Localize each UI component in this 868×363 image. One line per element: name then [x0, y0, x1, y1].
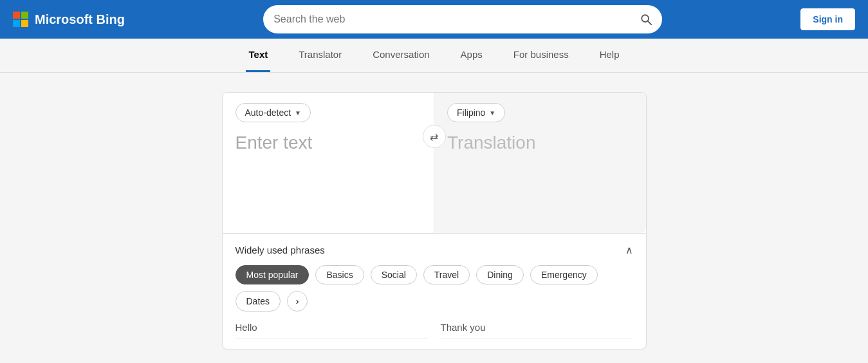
phrases-section: Widely used phrases ∧ Most popular Basic… — [222, 234, 647, 349]
search-bar-wrap — [138, 5, 788, 33]
phrase-item-thankyou[interactable]: Thank you — [441, 322, 633, 339]
source-text-placeholder[interactable]: Enter text — [235, 133, 421, 153]
search-icon — [640, 14, 652, 25]
collapse-phrases-button[interactable]: ∧ — [625, 244, 633, 256]
main-content: Auto-detect ▼ Enter text ⇄ Filipino ▼ Tr… — [0, 73, 868, 349]
bing-logo-squares — [13, 12, 28, 27]
next-icon: › — [296, 296, 299, 306]
swap-icon: ⇄ — [430, 131, 438, 143]
phrase-tag-dates[interactable]: Dates — [235, 291, 281, 312]
source-panel: Auto-detect ▼ Enter text — [223, 93, 435, 233]
source-lang-label: Auto-detect — [245, 107, 291, 118]
phrase-tags-next-button[interactable]: › — [287, 291, 308, 312]
logo-square-red — [13, 12, 20, 19]
logo-area: Microsoft Bing — [13, 12, 125, 27]
phrase-tag-travel[interactable]: Travel — [423, 265, 470, 284]
target-panel: Filipino ▼ Translation — [434, 93, 646, 233]
source-lang-wrap: Auto-detect ▼ — [235, 103, 421, 122]
search-input[interactable] — [273, 14, 640, 25]
nav-item-conversation[interactable]: Conversation — [370, 39, 432, 72]
nav-item-help[interactable]: Help — [597, 39, 622, 72]
phrase-tag-most-popular[interactable]: Most popular — [235, 265, 309, 284]
translation-panels: Auto-detect ▼ Enter text ⇄ Filipino ▼ Tr… — [222, 92, 647, 234]
source-lang-chevron-icon: ▼ — [295, 109, 301, 116]
target-lang-wrap: Filipino ▼ — [447, 103, 633, 122]
sign-in-button[interactable]: Sign in — [800, 8, 855, 30]
collapse-icon: ∧ — [625, 245, 633, 256]
phrases-title: Widely used phrases — [235, 245, 325, 256]
target-lang-label: Filipino — [457, 107, 485, 118]
logo-square-green — [21, 12, 28, 19]
target-lang-dropdown[interactable]: Filipino ▼ — [447, 103, 505, 122]
search-bar — [263, 5, 662, 33]
nav: Text Translator Conversation Apps For bu… — [0, 39, 868, 73]
phrase-tag-dining[interactable]: Dining — [476, 265, 524, 284]
phrase-item-hello[interactable]: Hello — [235, 322, 428, 339]
nav-item-translator[interactable]: Translator — [296, 39, 344, 72]
logo-square-blue — [13, 20, 20, 27]
source-lang-dropdown[interactable]: Auto-detect ▼ — [235, 103, 311, 122]
phrase-tags: Most popular Basics Social Travel Dining… — [235, 265, 633, 312]
svg-line-1 — [648, 21, 651, 24]
nav-item-for-business[interactable]: For business — [511, 39, 571, 72]
search-button[interactable] — [640, 14, 652, 25]
swap-languages-button[interactable]: ⇄ — [423, 125, 446, 148]
header: Microsoft Bing Sign in — [0, 0, 868, 39]
phrases-header: Widely used phrases ∧ — [235, 244, 633, 256]
phrases-row: Hello Thank you — [235, 322, 633, 339]
logo-text: Microsoft Bing — [35, 12, 125, 27]
nav-item-text[interactable]: Text — [246, 39, 270, 72]
phrase-tag-basics[interactable]: Basics — [315, 265, 364, 284]
svg-point-0 — [642, 15, 649, 22]
phrase-tag-emergency[interactable]: Emergency — [530, 265, 598, 284]
logo-square-yellow — [21, 20, 28, 27]
target-lang-chevron-icon: ▼ — [489, 109, 495, 116]
target-text-placeholder: Translation — [447, 133, 633, 153]
phrase-tag-social[interactable]: Social — [371, 265, 417, 284]
nav-item-apps[interactable]: Apps — [458, 39, 485, 72]
